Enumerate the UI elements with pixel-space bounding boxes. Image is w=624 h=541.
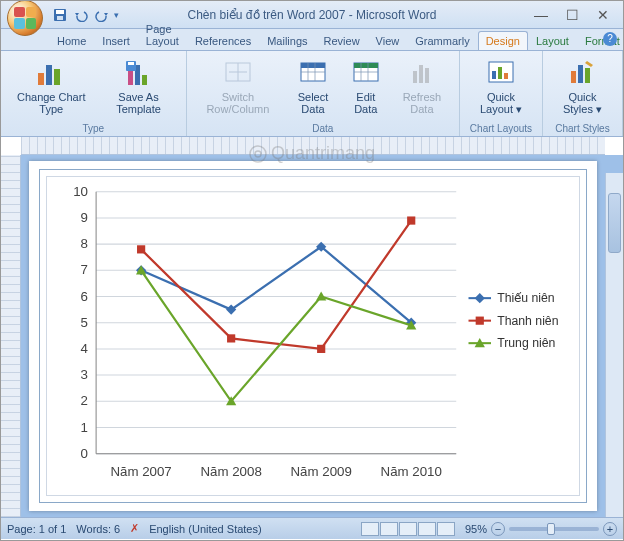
draft-view-button[interactable] — [437, 522, 455, 536]
svg-text:8: 8 — [81, 236, 88, 251]
maximize-button[interactable]: ☐ — [566, 7, 579, 23]
tab-format[interactable]: Format — [577, 31, 624, 50]
ritem-label: Save As Template — [101, 91, 175, 115]
tab-mailings[interactable]: Mailings — [259, 31, 315, 50]
status-language[interactable]: English (United States) — [149, 523, 262, 535]
chart-type-icon — [35, 57, 67, 89]
group-label: Chart Styles — [549, 121, 616, 134]
zoom-control: 95% − + — [465, 522, 617, 536]
line-chart: 012345678910Năm 2007Năm 2008Năm 2009Năm … — [47, 177, 579, 495]
document-area: 012345678910Năm 2007Năm 2008Năm 2009Năm … — [1, 155, 623, 517]
svg-text:5: 5 — [81, 315, 88, 330]
tab-review[interactable]: Review — [316, 31, 368, 50]
status-bar: Page: 1 of 1 Words: 6 ✗ English (United … — [1, 517, 623, 539]
ritem-label: Select Data — [289, 91, 337, 115]
svg-rect-61 — [476, 317, 484, 325]
undo-icon[interactable] — [72, 6, 90, 24]
svg-rect-55 — [227, 334, 235, 342]
zoom-slider[interactable] — [509, 527, 599, 531]
svg-text:1: 1 — [81, 420, 88, 435]
switch-icon — [222, 57, 254, 89]
tab-home[interactable]: Home — [49, 31, 94, 50]
svg-rect-2 — [57, 16, 63, 20]
svg-text:Năm 2010: Năm 2010 — [381, 464, 442, 479]
tab-insert[interactable]: Insert — [94, 31, 138, 50]
svg-rect-5 — [54, 69, 60, 85]
tab-pagelayout[interactable]: Page Layout — [138, 19, 187, 50]
group-type: Change Chart Type Save As Template Type — [1, 51, 187, 136]
minimize-button[interactable]: — — [534, 7, 548, 23]
svg-rect-15 — [354, 63, 378, 68]
tab-grammarly[interactable]: Grammarly — [407, 31, 477, 50]
zoom-level[interactable]: 95% — [465, 523, 487, 535]
svg-text:Trung niên: Trung niên — [497, 336, 555, 350]
view-buttons — [361, 522, 455, 536]
zoom-out-button[interactable]: − — [491, 522, 505, 536]
tab-design[interactable]: Design — [478, 31, 528, 50]
svg-rect-25 — [585, 68, 590, 83]
group-chart-styles: Quick Styles ▾ Chart Styles — [543, 51, 623, 136]
ritem-label: Edit Data — [347, 91, 385, 115]
quick-styles-button[interactable]: Quick Styles ▾ — [549, 55, 616, 118]
tab-layout[interactable]: Layout — [528, 31, 577, 50]
quick-layout-button[interactable]: Quick Layout ▾ — [466, 55, 536, 118]
save-icon[interactable] — [51, 6, 69, 24]
chart-object[interactable]: 012345678910Năm 2007Năm 2008Năm 2009Năm … — [39, 169, 587, 503]
tab-view[interactable]: View — [368, 31, 408, 50]
select-data-button[interactable]: Select Data — [285, 55, 341, 117]
scroll-thumb[interactable] — [608, 193, 621, 253]
group-label: Data — [193, 121, 453, 134]
template-icon — [123, 57, 155, 89]
refresh-icon — [406, 57, 438, 89]
print-layout-view-button[interactable] — [361, 522, 379, 536]
change-chart-type-button[interactable]: Change Chart Type — [7, 55, 95, 117]
svg-text:Thiếu niên: Thiếu niên — [497, 291, 555, 305]
svg-rect-24 — [578, 65, 583, 83]
svg-rect-18 — [425, 68, 429, 83]
zoom-in-button[interactable]: + — [603, 522, 617, 536]
outline-view-button[interactable] — [418, 522, 436, 536]
group-label: Chart Layouts — [466, 121, 536, 134]
vertical-ruler[interactable] — [1, 155, 21, 517]
tab-references[interactable]: References — [187, 31, 259, 50]
horizontal-ruler[interactable] — [21, 137, 605, 155]
svg-rect-17 — [419, 65, 423, 83]
redo-icon[interactable] — [93, 6, 111, 24]
svg-text:0: 0 — [81, 446, 88, 461]
svg-rect-20 — [492, 71, 496, 79]
web-layout-view-button[interactable] — [399, 522, 417, 536]
svg-rect-23 — [571, 71, 576, 83]
svg-rect-6 — [128, 71, 133, 85]
edit-data-button[interactable]: Edit Data — [343, 55, 389, 117]
svg-text:3: 3 — [81, 367, 88, 382]
vertical-scrollbar[interactable] — [605, 173, 623, 517]
group-data: Switch Row/Column Select Data Edit Data … — [187, 51, 460, 136]
edit-data-icon — [350, 57, 382, 89]
svg-text:6: 6 — [81, 289, 88, 304]
svg-text:Thanh niên: Thanh niên — [497, 314, 559, 328]
svg-text:2: 2 — [81, 393, 88, 408]
close-button[interactable]: ✕ — [597, 7, 609, 23]
office-button[interactable] — [7, 0, 43, 36]
save-as-template-button[interactable]: Save As Template — [97, 55, 179, 117]
window-title: Chèn biểu đồ trên Word 2007 - Microsoft … — [188, 8, 437, 22]
help-icon[interactable]: ? — [603, 32, 617, 46]
svg-text:9: 9 — [81, 210, 88, 225]
svg-rect-13 — [301, 63, 325, 68]
ribbon-tabs: Home Insert Page Layout References Maili… — [1, 29, 623, 51]
svg-text:Năm 2008: Năm 2008 — [201, 464, 262, 479]
proofing-icon[interactable]: ✗ — [130, 522, 139, 535]
switch-row-column-button[interactable]: Switch Row/Column — [193, 55, 284, 117]
status-words[interactable]: Words: 6 — [76, 523, 120, 535]
full-screen-view-button[interactable] — [380, 522, 398, 536]
refresh-data-button[interactable]: Refresh Data — [391, 55, 453, 117]
ritem-label: Switch Row/Column — [197, 91, 280, 115]
ritem-label: Change Chart Type — [11, 91, 91, 115]
qat-dropdown-icon[interactable]: ▾ — [114, 10, 119, 20]
status-page[interactable]: Page: 1 of 1 — [7, 523, 66, 535]
svg-rect-57 — [407, 216, 415, 224]
svg-rect-8 — [142, 75, 147, 85]
svg-rect-56 — [317, 345, 325, 353]
svg-text:7: 7 — [81, 262, 88, 277]
svg-text:Năm 2007: Năm 2007 — [110, 464, 171, 479]
